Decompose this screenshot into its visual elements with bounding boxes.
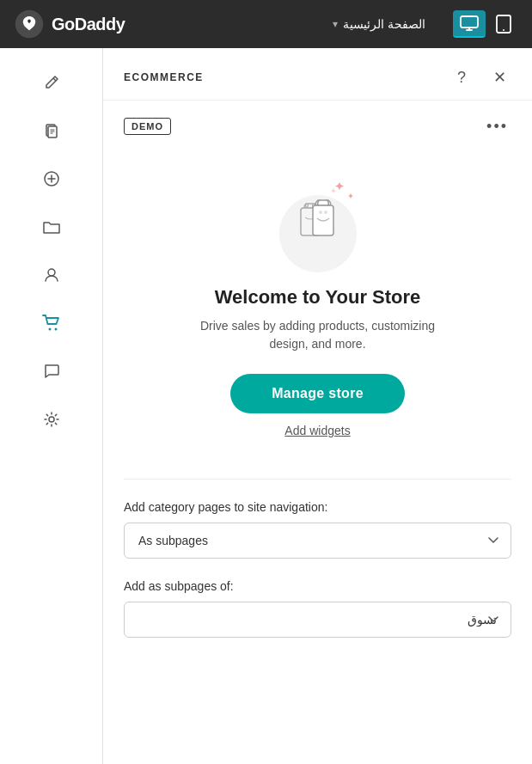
category-select[interactable]: As subpages As pages Don't add xyxy=(124,523,511,559)
main-layout: ECOMMERCE ? ✕ DEMO ••• xyxy=(0,48,532,764)
svg-rect-1 xyxy=(461,16,478,28)
desktop-view-button[interactable] xyxy=(453,10,486,38)
svg-point-9 xyxy=(54,328,57,331)
sidebar-item-settings[interactable] xyxy=(28,399,76,440)
sidebar-item-media[interactable] xyxy=(28,206,76,248)
page-selector-chevron: ▾ xyxy=(333,18,338,30)
tablet-view-button[interactable] xyxy=(489,9,518,39)
tablet-icon xyxy=(496,15,511,34)
illustration-area: Welcome to Your Store Drive sales by add… xyxy=(124,152,511,472)
svg-point-16 xyxy=(319,211,322,214)
sidebar-item-chat[interactable] xyxy=(28,351,76,392)
add-icon xyxy=(43,170,60,187)
cart-icon xyxy=(42,315,61,332)
sidebar-item-store[interactable] xyxy=(28,303,76,344)
welcome-title: Welcome to Your Store xyxy=(215,286,421,309)
godaddy-logo-icon xyxy=(14,9,45,40)
manage-store-button[interactable]: Manage store xyxy=(230,374,405,413)
pages-icon xyxy=(43,122,60,139)
view-icons xyxy=(453,9,518,39)
user-icon xyxy=(43,266,60,284)
sidebar-item-edit[interactable] xyxy=(28,62,76,103)
panel-header-icons: ? ✕ xyxy=(449,65,511,89)
store-illustration xyxy=(258,169,378,272)
svg-point-17 xyxy=(324,211,327,214)
left-sidebar xyxy=(0,48,103,764)
sidebar-item-users[interactable] xyxy=(28,254,76,296)
add-widgets-button[interactable]: Add widgets xyxy=(284,424,350,437)
subpage-label: Add as subpages of: xyxy=(124,579,511,593)
panel-body: DEMO ••• xyxy=(103,101,532,764)
panel-header: ECOMMERCE ? ✕ xyxy=(103,48,532,101)
category-section: Add category pages to site navigation: A… xyxy=(124,500,511,559)
sidebar-item-pages[interactable] xyxy=(28,110,76,151)
help-button[interactable]: ? xyxy=(449,65,474,89)
chat-icon xyxy=(43,363,60,380)
svg-point-10 xyxy=(49,417,54,422)
svg-point-7 xyxy=(48,269,55,276)
subpage-select[interactable]: تسوق الرئيسية معلومات عنا xyxy=(124,602,511,638)
section-separator xyxy=(124,479,511,480)
subpage-section: Add as subpages of: تسوق الرئيسية معلوما… xyxy=(124,579,511,638)
folder-icon xyxy=(42,219,61,235)
more-options-button[interactable]: ••• xyxy=(483,118,511,136)
shopping-bags-svg xyxy=(258,169,378,272)
top-header: GoDaddy الصفحة الرئيسية ▾ xyxy=(0,0,532,48)
demo-row: DEMO ••• xyxy=(124,118,511,145)
welcome-desc: Drive sales by adding products, customiz… xyxy=(198,317,438,353)
logo-text: GoDaddy xyxy=(52,15,125,34)
close-button[interactable]: ✕ xyxy=(487,65,511,89)
edit-icon xyxy=(43,74,60,91)
svg-point-8 xyxy=(48,328,51,331)
sidebar-item-add[interactable] xyxy=(28,158,76,199)
svg-point-3 xyxy=(503,29,504,31)
demo-badge: DEMO xyxy=(124,118,171,135)
panel-content: ECOMMERCE ? ✕ DEMO ••• xyxy=(103,48,532,764)
page-selector[interactable]: الصفحة الرئيسية ▾ xyxy=(333,17,425,31)
page-name-text: الصفحة الرئيسية xyxy=(343,17,425,31)
logo-area: GoDaddy xyxy=(14,9,125,40)
desktop-icon xyxy=(460,15,479,31)
settings-icon xyxy=(43,411,60,428)
panel-title: ECOMMERCE xyxy=(124,71,204,83)
category-label: Add category pages to site navigation: xyxy=(124,500,511,514)
